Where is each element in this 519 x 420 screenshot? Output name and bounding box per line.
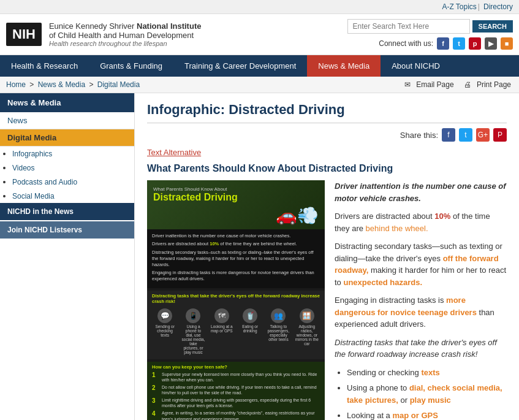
print-page-link[interactable]: 🖨 Print Page — [462, 80, 513, 89]
breadcrumb-left: Home > News & Media > Digital Media — [6, 80, 140, 89]
header-right: SEARCH Connect with us: f t p ▶ ■ — [347, 19, 513, 50]
breadcrumb: Home > News & Media > Digital Media ✉ Em… — [0, 77, 519, 93]
twitter-icon[interactable]: t — [453, 37, 465, 50]
teen-tip-2: 2 Do not allow cell phone use while driv… — [152, 384, 320, 395]
header-org-text: Eunice Kennedy Shriver National Institut… — [49, 21, 202, 47]
share-googleplus[interactable]: G+ — [476, 128, 490, 142]
icon-mirrors: 🪟 Adjusting radios, windows, or mirrors … — [295, 308, 319, 354]
sidebar-item-digital-media[interactable]: Digital Media — [0, 129, 134, 147]
infographic-section1: Distracting tasks that take the driver's… — [147, 291, 325, 359]
infographic-header: What Parents Should Know About Distracte… — [147, 180, 325, 229]
share-twitter[interactable]: t — [459, 128, 472, 142]
body-p5: Distracting tasks that take the driver's… — [335, 337, 507, 361]
youtube-icon[interactable]: ▶ — [485, 37, 497, 50]
text-alternative-link[interactable]: Text Alternative — [147, 148, 507, 157]
teen-tip-1: 1 Supervise your newly licensed teen mor… — [152, 372, 320, 383]
breadcrumb-home[interactable]: Home — [6, 80, 26, 89]
sidebar-section-title: News & Media — [0, 93, 134, 112]
infographic-p3: Distracting secondary tasks–such as text… — [152, 250, 320, 267]
social-row: Connect with us: f t p ▶ ■ — [379, 37, 513, 50]
teen-tip-3: 3 Limit nighttime driving and driving wi… — [152, 397, 320, 408]
top-bar: A-Z Topics | Directory — [0, 0, 519, 14]
breadcrumb-digital-media[interactable]: Digital Media — [97, 80, 140, 89]
passengers-icon: 👥 — [271, 308, 286, 323]
nih-logo: NIH — [6, 23, 42, 46]
sidebar-sub-infographics[interactable]: Infographics — [12, 147, 134, 161]
infographic-body: Driver inattention is the number one cau… — [147, 229, 325, 288]
eating-icon: 🥤 — [243, 308, 257, 323]
share-label: Share this: — [400, 131, 438, 140]
sidebar-sub-social[interactable]: Social Media — [12, 189, 134, 203]
bullet-list: Sending or checking texts Using a phone … — [347, 367, 507, 421]
sidebar-sub-videos[interactable]: Videos — [12, 161, 134, 175]
sidebar-join-listservs[interactable]: Join NICHD Listservs — [0, 221, 134, 239]
infographic-section1-title: Distracting tasks that take the driver's… — [152, 293, 320, 304]
sidebar: News & Media News Digital Media Infograp… — [0, 93, 135, 420]
pinterest-icon[interactable]: p — [469, 37, 481, 50]
sidebar-item-news[interactable]: News — [0, 112, 134, 129]
connect-label: Connect with us: — [379, 39, 433, 48]
divider: | — [478, 2, 480, 11]
org-name: Eunice Kennedy Shriver National Institut… — [49, 21, 202, 40]
infographic-p4: Engaging in distracting tasks is more da… — [152, 270, 320, 282]
icon-passengers: 👥 Talking to passengers, especially othe… — [267, 308, 290, 354]
page-title: Infographic: Distracted Driving — [147, 102, 507, 123]
infographic-section2: How can you keep your teen safe? 1 Super… — [147, 362, 325, 420]
infographic-p1: Driver inattention is the number one cau… — [152, 233, 320, 239]
icon-map: 🗺 Looking at a map or GPS — [210, 308, 233, 354]
texts-icon: 💬 — [157, 308, 172, 323]
breadcrumb-sep1: > — [29, 80, 36, 89]
body-p2: Drivers are distracted about 10% of the … — [335, 210, 507, 234]
nav-training[interactable]: Training & Career Development — [173, 55, 307, 77]
main-nav: Health & Research Grants & Funding Train… — [0, 55, 519, 77]
sidebar-news-link[interactable]: News — [7, 116, 28, 125]
breadcrumb-sep2: > — [89, 80, 95, 89]
site-header: NIH Eunice Kennedy Shriver National Inst… — [0, 14, 519, 55]
phone-icon: 📱 — [186, 308, 200, 323]
body-p4: Engaging in distracting tasks is more da… — [335, 294, 507, 330]
sidebar-sub-podcasts[interactable]: Podcasts and Audio — [12, 175, 134, 189]
icon-eating: 🥤 Eating or drinking — [238, 308, 262, 354]
map-icon: 🗺 — [214, 308, 229, 323]
infographic-p2: Drivers are distracted about 10% of the … — [152, 241, 320, 247]
infographic-small-text: What Parents Should Know About — [153, 186, 319, 192]
infographic-section2-title: How can you keep your teen safe? — [152, 364, 320, 370]
email-page-link[interactable]: ✉ Email Page — [403, 80, 456, 89]
print-icon: 🖨 — [464, 80, 473, 89]
body-p3: Distracting secondary tasks—such as text… — [335, 240, 507, 288]
breadcrumb-news-media[interactable]: News & Media — [38, 80, 85, 89]
header-left: NIH Eunice Kennedy Shriver National Inst… — [6, 21, 201, 47]
two-col-layout: What Parents Should Know About Distracte… — [147, 180, 507, 420]
search-row: SEARCH — [347, 19, 513, 34]
bullet-phone: Using a phone to dial, check social medi… — [347, 382, 507, 406]
nav-health-research[interactable]: Health & Research — [0, 55, 89, 77]
breadcrumb-right: ✉ Email Page 🖨 Print Page — [403, 80, 513, 89]
icon-phone: 📱 Using a phone to dial, use social medi… — [181, 308, 205, 354]
search-input[interactable] — [347, 19, 470, 34]
facebook-icon[interactable]: f — [437, 37, 449, 50]
car-emoji: 🚗💨 — [153, 205, 319, 226]
email-icon: ✉ — [404, 80, 412, 89]
icon-texts: 💬 Sending or checking texts — [153, 308, 176, 354]
text-column: Driver inattention is the number one cau… — [335, 180, 507, 420]
infographic-column: What Parents Should Know About Distracte… — [147, 180, 325, 420]
nav-news-media[interactable]: News & Media — [307, 55, 381, 77]
rss-icon[interactable]: ■ — [501, 37, 513, 50]
org-tagline: Health research throughout the lifespan — [49, 40, 202, 47]
az-topics-link[interactable]: A-Z Topics — [442, 2, 476, 11]
infographic-big-text: Distracted Driving — [153, 192, 319, 203]
icon-grid: 💬 Sending or checking texts 📱 Using a ph… — [152, 306, 320, 357]
directory-link[interactable]: Directory — [483, 2, 513, 11]
sidebar-nichd-news[interactable]: NICHD in the News — [0, 203, 134, 220]
teen-tip-4: 4 Agree, in writing, to a series of mont… — [152, 410, 320, 420]
search-button[interactable]: SEARCH — [472, 20, 513, 32]
share-pinterest[interactable]: P — [493, 128, 507, 142]
mirrors-icon: 🪟 — [300, 308, 314, 323]
section-heading: What Parents Should Know About Distracte… — [147, 163, 507, 174]
content-wrapper: News & Media News Digital Media Infograp… — [0, 93, 519, 420]
share-facebook[interactable]: f — [442, 128, 455, 142]
nav-grants-funding[interactable]: Grants & Funding — [89, 55, 173, 77]
nav-about[interactable]: About NICHD — [381, 55, 451, 77]
bullet-map: Looking at a map or GPS — [347, 410, 507, 420]
body-p1: Driver inattention is the number one cau… — [335, 180, 507, 204]
